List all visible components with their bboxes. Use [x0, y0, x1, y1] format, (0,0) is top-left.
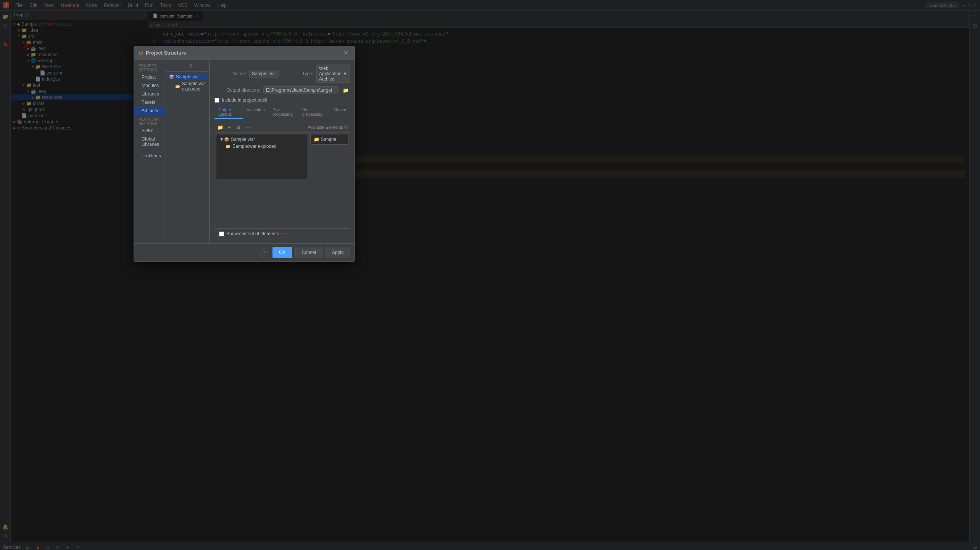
dialog-title-label: Project Structure [146, 50, 342, 56]
output-tree: ▼ 📦 Sample:war 📂 Sample:war exploded [216, 134, 307, 180]
output-more-btn[interactable]: ⋯ [243, 123, 252, 131]
dialog-left-nav: Project Settings Project Modules Librari… [134, 60, 166, 243]
artifact-exploded-label: Sample:war exploded [182, 81, 206, 92]
avail-folder-icon: 📁 [314, 137, 319, 142]
artifact-list-toolbar: + - ⎘ [166, 60, 209, 72]
output-dir-field-row: Output directory: E:\Programs\Java\Sampl… [214, 86, 350, 94]
name-label: Name: [214, 71, 246, 76]
output-tree-container: ▼ 📦 Sample:war 📂 Sample:war exploded [216, 134, 307, 227]
include-in-build-label: Include in project build [222, 97, 267, 103]
ok-button[interactable]: OK [272, 247, 292, 258]
output-tree-war-expand[interactable]: ▼ [219, 137, 224, 142]
nav-item-artifacts[interactable]: Artifacts [134, 107, 166, 115]
output-tree-item-war: ▼ 📦 Sample:war [218, 136, 305, 143]
output-content-area: ▼ 📦 Sample:war 📂 Sample:war exploded [214, 133, 350, 228]
output-dir-label: Output directory: [214, 87, 260, 93]
output-folder-btn[interactable]: 📁 [216, 123, 224, 131]
type-label: Type: [282, 71, 313, 76]
tab-output-layout[interactable]: Output Layout [214, 106, 243, 119]
show-content-label: Show content of elements [226, 231, 279, 236]
show-content-row: Show content of elements ⋯ [214, 228, 350, 239]
tab-postprocessing[interactable]: Post-processing [298, 106, 330, 119]
dialog-title-icon: ⚙ [139, 50, 143, 56]
output-war-icon: 📦 [224, 137, 229, 142]
detail-tabs: Output Layout Validation Pre-processing … [214, 106, 350, 119]
tab-preprocessing[interactable]: Pre-processing [269, 106, 298, 119]
output-add-btn[interactable]: + [225, 123, 234, 131]
type-dropdown-value: Web Application: Archive [319, 66, 343, 82]
apply-button[interactable]: Apply [326, 247, 350, 258]
available-tree-container: 📁 Sample [310, 134, 348, 227]
show-content-info-icon: ⋯ [283, 231, 287, 236]
available-tree: 📁 Sample [310, 134, 348, 145]
tab-validation[interactable]: Validation [243, 106, 269, 119]
output-layout-toolbar: 📁 + ⚙ ⋯ Available Elements ⓘ [214, 122, 350, 133]
available-elements-label: Available Elements ⓘ [308, 125, 348, 130]
artifact-add-btn[interactable]: + [169, 61, 177, 70]
dialog-close-btn[interactable]: ✕ [342, 49, 350, 57]
dialog-overlay: ⚙ Project Structure ✕ Project Settings P… [0, 0, 980, 550]
nav-item-libraries[interactable]: Libraries [134, 90, 166, 98]
artifact-item-exploded[interactable]: 📂 Sample:war exploded [168, 80, 208, 92]
artifact-war-label: Sample:war [176, 74, 200, 79]
artifact-war-icon: 📦 [169, 74, 174, 79]
nav-item-modules[interactable]: Modules [134, 81, 166, 90]
output-settings-btn[interactable]: ⚙ [234, 123, 243, 131]
output-dir-value[interactable]: E:\Programs\Java\Sample\target [263, 86, 338, 94]
artifact-list: 📦 Sample:war 📂 Sample:war exploded [166, 72, 209, 243]
output-dir-browse-btn[interactable]: 📁 [342, 86, 350, 94]
output-war-label: Sample:war [231, 137, 255, 142]
nav-section-platform-settings: Platform Settings [134, 115, 166, 126]
output-exploded-icon: 📂 [226, 144, 231, 149]
nav-section-project-settings: Project Settings [134, 61, 166, 73]
name-field-row: Name: Sample:war Type: Web Application: … [214, 65, 350, 83]
artifact-copy-btn[interactable]: ⎘ [187, 61, 196, 70]
dialog-titlebar: ⚙ Project Structure ✕ [134, 46, 355, 60]
output-tree-item-exploded: 📂 Sample:war exploded [218, 143, 305, 150]
nav-item-facets[interactable]: Facets [134, 98, 166, 107]
type-dropdown-arrow: ▼ [343, 71, 347, 76]
output-exploded-label: Sample:war exploded [232, 144, 276, 149]
tab-maven[interactable]: Maven [330, 106, 350, 119]
nav-item-global-libraries[interactable]: Global Libraries [134, 135, 166, 149]
dialog-right-panel: Name: Sample:war Type: Web Application: … [210, 60, 355, 243]
dialog-body: Project Settings Project Modules Librari… [134, 60, 355, 243]
nav-item-sdks[interactable]: SDKs [134, 126, 166, 135]
nav-item-project[interactable]: Project [134, 73, 166, 81]
project-structure-dialog: ⚙ Project Structure ✕ Project Settings P… [134, 46, 355, 262]
avail-sample-label: Sample [321, 137, 336, 142]
name-value[interactable]: Sample:war [249, 70, 279, 78]
nav-item-problems[interactable]: Problems [134, 152, 166, 160]
type-dropdown[interactable]: Web Application: Archive ▼ [316, 65, 350, 83]
avail-item-sample[interactable]: 📁 Sample [312, 136, 347, 143]
artifact-exploded-icon: 📂 [175, 84, 181, 89]
artifact-remove-btn[interactable]: - [178, 61, 187, 70]
include-in-build-checkbox[interactable] [214, 98, 219, 103]
include-in-build-row: Include in project build [214, 97, 350, 103]
show-content-checkbox[interactable] [219, 231, 224, 236]
dialog-footer: ? OK Cancel Apply [134, 243, 355, 261]
artifact-item-war[interactable]: 📦 Sample:war [168, 73, 208, 80]
cancel-button[interactable]: Cancel [295, 247, 322, 258]
help-button[interactable]: ? [260, 248, 268, 257]
